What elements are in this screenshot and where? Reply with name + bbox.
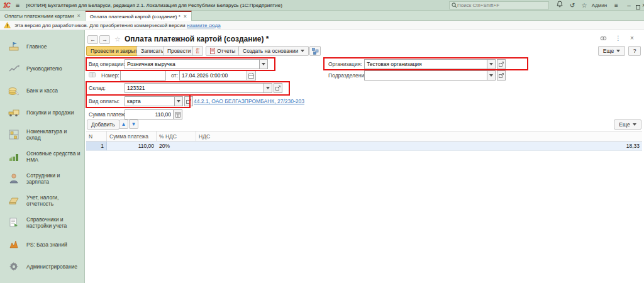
notice-text: Эта версия для разработчиков. Для приобр… xyxy=(14,23,185,28)
form-title: Оплата платежной картой (создание) * xyxy=(125,35,269,43)
sidebar-item-directories-settings[interactable]: Справочники и настройки учета xyxy=(0,211,84,233)
cell-vat-percent[interactable]: 20% xyxy=(157,142,196,150)
bars-chart-icon xyxy=(6,238,21,251)
warehouse-dropdown-button[interactable] xyxy=(264,83,272,93)
tab-payments-list[interactable]: Оплаты платежными картами × xyxy=(0,11,86,21)
tab-close-icon[interactable]: × xyxy=(184,13,187,19)
user-name[interactable]: Админ xyxy=(589,1,610,10)
division-dropdown-button[interactable] xyxy=(487,70,496,80)
sidebar-item-label: Покупки и продажи xyxy=(26,109,74,116)
warehouse-input[interactable] xyxy=(125,83,264,93)
sidebar-item-administration[interactable]: Администрирование xyxy=(0,255,84,277)
tab-label: Оплата платежной картой (создание) * xyxy=(90,14,180,19)
cell-amount[interactable]: 110,00 xyxy=(107,142,157,150)
report-doc-icon xyxy=(210,48,215,54)
structure-button[interactable] xyxy=(309,46,321,56)
tab-close-icon[interactable]: × xyxy=(77,13,80,19)
date-input[interactable] xyxy=(179,70,247,80)
sidebar-item-fixed-assets[interactable]: Основные средства и НМА xyxy=(0,145,84,167)
notifications-bell-icon[interactable] xyxy=(555,1,565,10)
more-dots-icon[interactable]: ⋮ xyxy=(614,35,623,42)
sidebar-item-label: Главное xyxy=(26,43,47,50)
bank-account-link[interactable]: 44.2.1, ОАО БЕЛГАЗПРОМБАНК, 27/230-203 xyxy=(194,98,304,104)
payment-amount-input[interactable] xyxy=(125,109,174,119)
organization-field xyxy=(364,59,506,69)
button-label: Еще xyxy=(619,121,630,128)
button-label: Добавить xyxy=(91,121,115,128)
buy-commercial-link[interactable]: нажмите сюда xyxy=(187,23,220,28)
col-header-vat[interactable]: НДС xyxy=(196,131,642,141)
organization-input[interactable] xyxy=(364,59,487,69)
organization-open-button[interactable] xyxy=(497,59,506,69)
add-row-button[interactable]: Добавить xyxy=(87,119,119,130)
operation-type-dropdown-button[interactable] xyxy=(260,59,268,69)
date-label: от: xyxy=(171,72,178,79)
operation-type-input[interactable] xyxy=(125,59,260,69)
sidebar-item-bank-cash[interactable]: Банк и касса xyxy=(0,79,84,101)
sidebar-item-main[interactable]: Главное xyxy=(0,35,84,57)
service-menu-icon[interactable]: ≡ xyxy=(611,1,621,10)
cell-n[interactable]: 1 xyxy=(86,142,107,150)
global-search[interactable] xyxy=(449,1,549,9)
warehouse-field xyxy=(125,83,282,93)
ledger-icon xyxy=(6,194,21,207)
structure-icon xyxy=(312,48,319,55)
move-down-button[interactable]: ▼ xyxy=(129,119,138,129)
document-form: ← → ☆ Оплата платежной картой (создание)… xyxy=(86,30,644,283)
division-input[interactable] xyxy=(364,70,487,80)
number-input[interactable] xyxy=(120,70,166,80)
organization-dropdown-button[interactable] xyxy=(487,59,496,69)
sidebar-item-label: Банк и касса xyxy=(26,87,58,94)
button-label: Провести xyxy=(167,48,191,54)
history-icon[interactable]: ↺ xyxy=(567,1,577,10)
payment-type-dropdown-button[interactable] xyxy=(175,96,183,106)
get-link-icon[interactable] xyxy=(599,35,608,43)
help-button[interactable]: ? xyxy=(628,46,641,56)
forward-button[interactable]: → xyxy=(99,35,110,44)
favorite-star-icon[interactable]: ☆ xyxy=(114,35,121,43)
sidebar-item-label: Руководителю xyxy=(26,65,62,72)
sidebar-item-knowledge-base[interactable]: PS: База знаний xyxy=(0,233,84,255)
close-form-icon[interactable]: × xyxy=(628,35,636,42)
warehouse-shelf-icon xyxy=(6,128,21,141)
sidebar-item-label: Справочники и настройки учета xyxy=(26,216,82,229)
col-header-vat-percent[interactable]: % НДС xyxy=(157,131,196,141)
division-open-button[interactable] xyxy=(497,70,506,80)
date-calendar-button[interactable] xyxy=(247,70,256,80)
dt-kt-postings-button[interactable]: Дт Кт xyxy=(192,46,203,56)
post-button[interactable]: Провести xyxy=(163,46,196,56)
division-label: Подразделение: xyxy=(328,72,369,79)
move-up-button[interactable]: ▲ xyxy=(119,119,128,129)
back-button[interactable]: ← xyxy=(87,35,98,44)
table-more-button[interactable]: Еще xyxy=(614,119,641,130)
sidebar-item-staff-salary[interactable]: Сотрудники и зарплата xyxy=(0,167,84,189)
cell-vat-sum[interactable]: 18,33 xyxy=(196,142,642,150)
sidebar-item-inventory[interactable]: Номенклатура и склад xyxy=(0,123,84,145)
window-title: [КОПИЯ] Бухгалтерия для Беларуси, редакц… xyxy=(26,3,282,8)
sidebar-item-label: Сотрудники и зарплата xyxy=(26,172,82,185)
amount-calculator-button[interactable] xyxy=(174,109,182,119)
operation-type-field xyxy=(125,59,268,69)
sidebar-item-accounting-reports[interactable]: Учет, налоги, отчетность xyxy=(0,189,84,211)
post-and-close-button[interactable]: Провести и закрыть xyxy=(86,46,145,56)
tab-payment-create[interactable]: Оплата платежной картой (создание) * × xyxy=(86,11,192,21)
col-header-n[interactable]: N xyxy=(86,131,107,141)
tab-bar: Оплаты платежными картами × Оплата плате… xyxy=(0,11,644,21)
payment-amount-field xyxy=(125,109,182,119)
favorites-star-icon[interactable]: ☆ xyxy=(579,1,589,10)
button-label: Записать xyxy=(141,48,164,54)
table-row[interactable]: 1 110,00 20% 18,33 xyxy=(86,142,642,151)
payment-type-input[interactable] xyxy=(125,96,175,106)
main-menu-icon[interactable]: ≡ xyxy=(16,1,19,9)
payment-type-open-button[interactable] xyxy=(184,96,193,106)
tab-label: Оплаты платежными картами xyxy=(4,13,74,19)
sidebar-item-purchases-sales[interactable]: Покупки и продажи xyxy=(0,101,84,123)
col-header-amount[interactable]: Сумма платежа xyxy=(107,131,157,141)
close-window-button[interactable]: × xyxy=(641,1,644,10)
warehouse-open-button[interactable] xyxy=(274,83,282,93)
create-based-on-button[interactable]: Создать на основании xyxy=(238,46,309,56)
form-more-button[interactable]: Еще xyxy=(598,46,625,56)
sidebar-item-manager[interactable]: Руководителю xyxy=(0,57,84,79)
search-input[interactable] xyxy=(457,3,539,8)
number-field xyxy=(120,70,166,80)
